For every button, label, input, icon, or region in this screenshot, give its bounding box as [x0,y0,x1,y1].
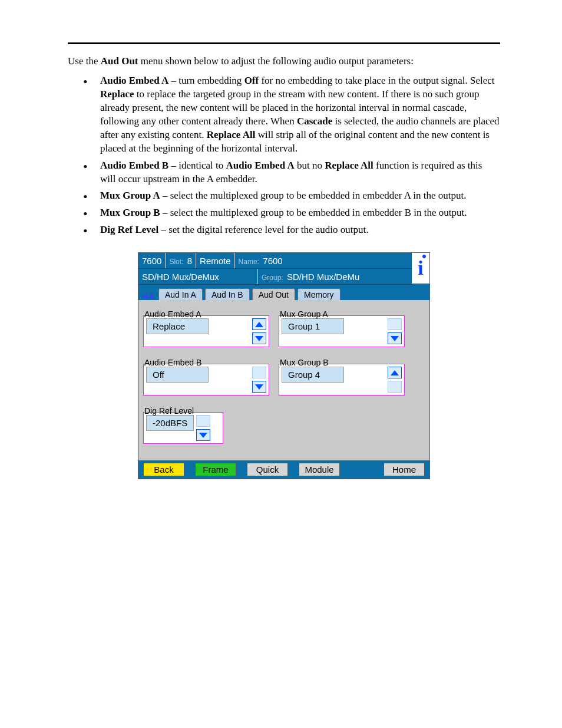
frame-button[interactable]: Frame [195,463,236,476]
dig-ref-level-down[interactable] [196,429,210,441]
module-name: SD/HD Mux/DeMux [142,272,219,282]
audio-embed-b-down[interactable] [252,381,266,393]
tab-aud-in-b[interactable]: Aud In B [205,288,250,300]
name-value: 7600 [263,256,282,266]
tab-aud-out[interactable]: Aud Out [252,288,295,300]
triangle-down-icon [391,336,399,341]
device-id: 7600 [142,256,161,266]
mux-group-a-value: Group 1 [282,318,344,334]
bullet-item: Audio Embed B – identical to Audio Embed… [68,159,500,186]
tab-aud-in-a[interactable]: Aud In A [158,288,203,300]
group-label: Group: [262,274,287,282]
mux-group-b-field: Group 4 [279,364,405,396]
home-button[interactable]: Home [384,463,425,476]
mux-group-b-down[interactable] [388,381,402,393]
audio-embed-a-value: Replace [146,318,209,334]
bullet-item: Audio Embed A – turn embedding Off for n… [68,74,500,156]
dig-ref-level-value: -20dBFS [146,415,194,431]
info-dot-icon [422,255,426,258]
dig-ref-level-field: -20dBFS [143,412,223,444]
quick-button[interactable]: Quick [247,463,288,476]
tabs-scroll-left[interactable] [138,293,157,300]
chevron-left-icon [148,293,153,300]
chevron-left-icon [143,293,147,300]
audio-embed-a-up[interactable] [252,318,266,330]
triangle-up-icon [255,322,263,327]
mux-group-a-down[interactable] [388,332,402,344]
dig-ref-level-up[interactable] [196,415,210,427]
tab-bar: Aud In A Aud In B Aud Out Memory [138,285,429,300]
mux-group-b-label: Mux Group B [280,358,406,367]
name-label: Name: [239,258,263,266]
triangle-down-icon [255,384,263,390]
triangle-down-icon [199,433,207,438]
mux-group-a-label: Mux Group A [280,309,406,319]
remote-label: Remote [200,256,231,266]
bullet-list: Audio Embed A – turn embedding Off for n… [68,74,500,237]
mux-group-b-value: Group 4 [282,367,344,383]
audio-embed-b-label: Audio Embed B [144,358,270,367]
bullet-item: Mux Group A – select the multiplexed gro… [68,189,500,203]
info-button[interactable]: i [412,253,429,284]
intro-text: Use the Aud Out menu shown below to adju… [68,55,500,68]
mux-group-b-up[interactable] [388,367,402,378]
triangle-up-icon [391,370,399,375]
slot-label: Slot: [169,258,187,266]
info-icon: i [418,258,423,278]
dig-ref-level-label: Dig Ref Level [144,406,224,416]
device-panel: 7600 Slot: 8 Remote Name: 7600 SD/HD Mux… [138,252,430,479]
bullet-item: Mux Group B – select the multiplexed gro… [68,206,500,220]
group-value: SD/HD Mux/DeMu [287,272,359,282]
audio-embed-a-label: Audio Embed A [144,309,270,319]
triangle-down-icon [255,336,263,341]
audio-embed-a-down[interactable] [252,332,266,344]
audio-embed-b-value: Off [146,367,209,383]
audio-embed-b-field: Off [143,364,269,396]
audio-embed-b-up[interactable] [252,367,266,378]
audio-embed-a-field: Replace [143,315,269,347]
mux-group-a-field: Group 1 [279,315,405,347]
bullet-item: Dig Ref Level – set the digital referenc… [68,223,500,237]
slot-value: 8 [187,256,192,266]
back-button[interactable]: Back [143,463,184,476]
module-button[interactable]: Module [299,463,340,476]
tab-memory[interactable]: Memory [297,288,340,300]
mux-group-a-up[interactable] [388,318,402,330]
